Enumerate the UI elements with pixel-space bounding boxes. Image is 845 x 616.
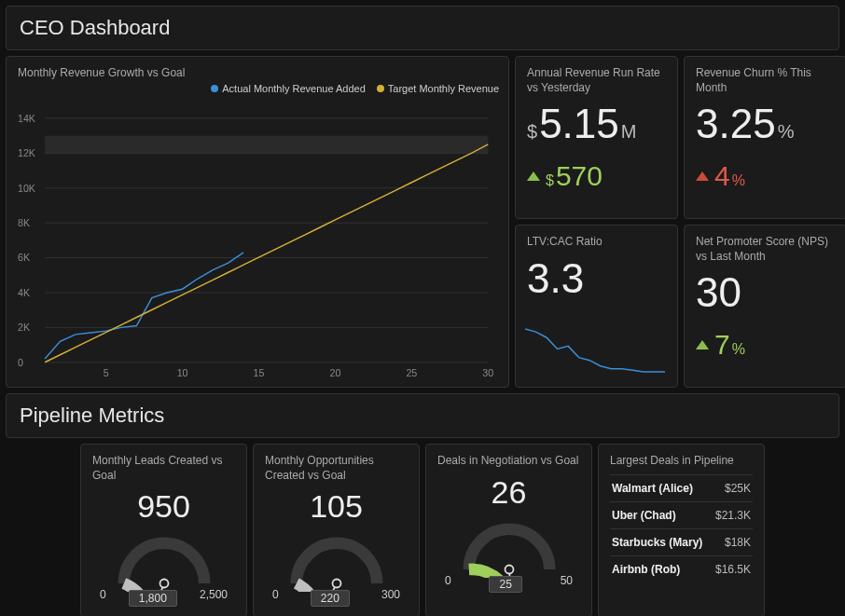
svg-point-24 <box>159 580 168 588</box>
ltvcac-card: LTV:CAC Ratio 3.3 <box>515 225 678 388</box>
gauge-value: 950 <box>92 488 235 525</box>
svg-text:10K: 10K <box>18 182 35 193</box>
kpi-number: 30 <box>696 269 741 316</box>
kpi-value: $ 5.15 M <box>527 101 666 147</box>
kpi-number: 3.25 <box>696 101 776 147</box>
gauge-scale: 0 25 50 <box>437 574 580 593</box>
table-title: Largest Deals in Pipeline <box>610 454 753 469</box>
kpi-value: 3.25 % <box>696 101 835 147</box>
svg-point-26 <box>332 580 340 588</box>
sparkline-chart <box>525 326 665 377</box>
deal-value: $21.3K <box>715 509 751 522</box>
kpi-suffix: M <box>621 121 637 143</box>
delta-value: 4 <box>714 160 730 192</box>
kpi-delta: 7 % <box>696 329 835 361</box>
gauge-goal-badge: 25 <box>489 576 521 593</box>
line-chart: 02K4K6K8K10K12K14K51015202530 <box>18 87 497 385</box>
kpi-number: 3.3 <box>527 255 584 302</box>
gauge-chart <box>271 525 402 592</box>
gauge-goal-badge: 220 <box>311 590 350 607</box>
table-row: Airbnb (Rob)$16.5K <box>610 555 753 582</box>
kpi-delta: 4 % <box>696 160 835 192</box>
gauge-max: 50 <box>561 574 573 593</box>
pipeline-grid: Monthly Leads Created vs Goal 950 0 1,80… <box>6 444 839 616</box>
deal-value: $16.5K <box>715 563 751 576</box>
kpi-title: Revenue Churn % This Month <box>696 66 835 95</box>
deals-table-card: Largest Deals in Pipeline Walmart (Alice… <box>598 444 765 616</box>
gauge-min: 0 <box>100 588 106 607</box>
svg-text:30: 30 <box>482 367 493 378</box>
gauge-scale: 0 220 300 <box>265 588 408 607</box>
table-row: Starbucks (Mary)$18K <box>610 528 753 555</box>
svg-text:14K: 14K <box>18 112 35 123</box>
kpi-grid: Monthly Revenue Growth vs Goal Actual Mo… <box>6 56 839 388</box>
deal-value: $18K <box>725 536 751 549</box>
arrow-up-icon <box>696 340 709 349</box>
section-header-ceo: CEO Dashboard <box>6 6 839 50</box>
deal-value: $25K <box>725 482 751 495</box>
deal-name: Walmart (Alice) <box>612 482 693 495</box>
arr-card: Annual Revenue Run Rate vs Yesterday $ 5… <box>515 56 678 219</box>
svg-text:10: 10 <box>177 367 188 378</box>
opps-gauge-card: Monthly Opportunities Created vs Goal 10… <box>253 444 420 616</box>
leads-gauge-card: Monthly Leads Created vs Goal 950 0 1,80… <box>80 444 247 616</box>
deals-table: Walmart (Alice)$25KUber (Chad)$21.3KStar… <box>610 474 753 582</box>
delta-suffix: % <box>732 341 745 358</box>
deal-name: Airbnb (Rob) <box>612 563 680 576</box>
section-header-pipeline: Pipeline Metrics <box>6 393 839 438</box>
gauge-value: 105 <box>265 488 408 525</box>
svg-text:4K: 4K <box>18 286 30 297</box>
kpi-delta: $ 570 <box>527 160 666 192</box>
kpi-number: 5.15 <box>539 101 619 147</box>
kpi-suffix: % <box>778 121 795 143</box>
table-row: Walmart (Alice)$25K <box>610 474 753 501</box>
gauge-chart <box>99 525 229 592</box>
kpi-title: Net Promoter Score (NPS) vs Last Month <box>696 235 835 264</box>
kpi-value: 30 <box>696 269 835 316</box>
gauge-chart <box>444 511 575 578</box>
gauge-max: 2,500 <box>200 588 228 607</box>
deals-gauge-card: Deals in Negotiation vs Goal 26 0 25 50 <box>425 444 592 616</box>
delta-value: 570 <box>556 160 603 192</box>
gauge-title: Monthly Opportunities Created vs Goal <box>265 454 408 483</box>
svg-rect-0 <box>45 135 488 153</box>
gauge-value: 26 <box>437 474 580 511</box>
nps-card: Net Promoter Score (NPS) vs Last Month 3… <box>684 225 845 388</box>
delta-value: 7 <box>714 329 730 361</box>
svg-text:5: 5 <box>104 367 109 378</box>
gauge-min: 0 <box>445 574 451 593</box>
svg-text:20: 20 <box>330 367 341 378</box>
svg-text:12K: 12K <box>18 147 35 158</box>
deal-name: Uber (Chad) <box>612 509 676 522</box>
gauge-title: Deals in Negotiation vs Goal <box>437 454 580 469</box>
svg-text:8K: 8K <box>18 217 30 228</box>
table-row: Uber (Chad)$21.3K <box>610 501 753 528</box>
arrow-up-icon <box>527 171 540 181</box>
kpi-prefix: $ <box>527 121 537 143</box>
kpi-value: 3.3 <box>527 255 666 302</box>
gauge-scale: 0 1,800 2,500 <box>92 588 235 607</box>
svg-text:15: 15 <box>254 367 265 378</box>
svg-text:0: 0 <box>18 356 23 367</box>
revenue-growth-chart-card: Monthly Revenue Growth vs Goal Actual Mo… <box>6 56 509 388</box>
chart-title: Monthly Revenue Growth vs Goal <box>18 66 497 81</box>
deal-name: Starbucks (Mary) <box>612 536 702 549</box>
gauge-max: 300 <box>381 588 400 607</box>
kpi-title: Annual Revenue Run Rate vs Yesterday <box>527 66 666 95</box>
svg-text:2K: 2K <box>18 322 30 333</box>
gauge-title: Monthly Leads Created vs Goal <box>92 454 235 483</box>
svg-point-28 <box>505 565 513 573</box>
kpi-title: LTV:CAC Ratio <box>527 235 666 250</box>
delta-prefix: $ <box>546 172 554 189</box>
svg-text:6K: 6K <box>18 252 30 263</box>
arrow-up-icon <box>696 171 709 181</box>
delta-suffix: % <box>732 172 745 189</box>
churn-card: Revenue Churn % This Month 3.25 % 4 % <box>684 56 845 219</box>
gauge-goal-badge: 1,800 <box>129 590 177 607</box>
svg-text:25: 25 <box>406 367 417 378</box>
gauge-min: 0 <box>272 588 279 607</box>
